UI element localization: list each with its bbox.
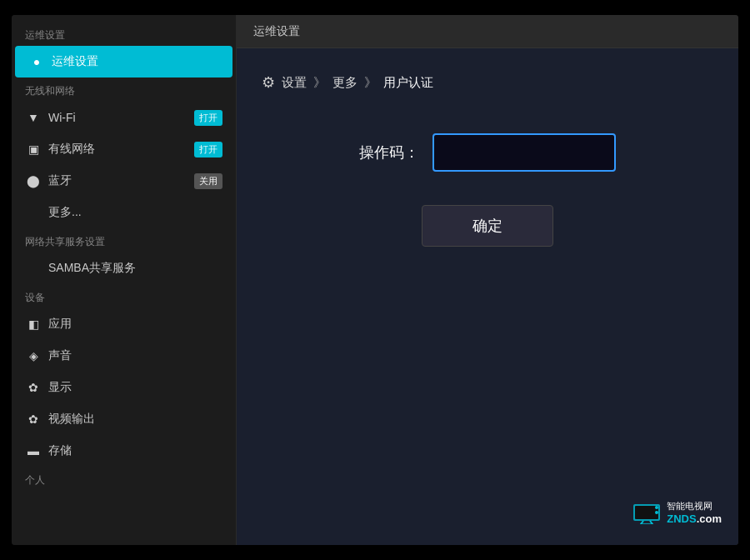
breadcrumb-settings: 设置 — [282, 75, 307, 91]
sidebar-display-label: 显示 — [48, 380, 222, 395]
watermark-site-name: 智能电视网 — [667, 500, 722, 512]
sidebar-sound-label: 声音 — [48, 348, 222, 363]
sidebar-item-samba[interactable]: SAMBA共享服务 — [12, 252, 236, 284]
sidebar-item-bt[interactable]: ⬤ 蓝牙 关用 — [12, 165, 236, 197]
sidebar-item-storage[interactable]: ▬ 存储 — [12, 435, 236, 467]
bt-icon: ⬤ — [25, 172, 42, 189]
wired-badge: 打开 — [194, 142, 222, 158]
sidebar-item-video[interactable]: ✿ 视频输出 — [12, 403, 236, 435]
sidebar-network-title: 网络共享服务设置 — [12, 228, 236, 252]
sidebar-video-label: 视频输出 — [48, 412, 222, 427]
sidebar-wired-label: 有线网络 — [48, 142, 194, 157]
svg-rect-1 — [635, 506, 658, 519]
display-icon: ✿ — [25, 379, 42, 396]
video-icon: ✿ — [25, 411, 42, 428]
main-screen: 运维设置 ● 运维设置 无线和网络 ▼ Wi-Fi 打开 ▣ 有线网络 打开 ⬤… — [12, 15, 738, 545]
confirm-button[interactable]: 确定 — [422, 205, 553, 247]
sidebar-apps-label: 应用 — [48, 317, 222, 332]
apps-icon: ◧ — [25, 316, 42, 332]
sidebar-more-label: 更多... — [48, 205, 222, 220]
main-content: 运维设置 ⚙ 设置 》 更多 》 用户认证 操作码： 确定 — [237, 15, 738, 545]
more-icon — [25, 204, 42, 221]
main-header: 运维设置 — [237, 15, 738, 48]
svg-point-6 — [655, 511, 658, 514]
sidebar-top-title: 运维设置 — [12, 22, 236, 46]
sidebar-personal-title: 个人 — [12, 467, 236, 491]
sidebar-item-apps[interactable]: ◧ 应用 — [12, 308, 236, 340]
sidebar-item-display[interactable]: ✿ 显示 — [12, 372, 236, 403]
passcode-input[interactable] — [432, 133, 616, 172]
wifi-badge: 打开 — [194, 110, 222, 126]
sidebar-item-yunwei[interactable]: ● 运维设置 — [15, 46, 232, 78]
watermark: 智能电视网 ZNDS.com — [632, 500, 722, 525]
breadcrumb-current: 用户认证 — [383, 75, 433, 91]
yunwei-icon: ● — [28, 53, 45, 70]
storage-icon: ▬ — [25, 442, 42, 459]
sidebar-storage-label: 存储 — [48, 443, 222, 458]
gear-icon: ⚙ — [262, 73, 275, 92]
sidebar-bt-label: 蓝牙 — [48, 173, 194, 188]
input-label: 操作码： — [359, 142, 419, 162]
sidebar-wireless-title: 无线和网络 — [12, 78, 236, 102]
svg-point-5 — [655, 506, 658, 509]
wired-icon: ▣ — [25, 141, 42, 158]
sidebar-item-wired[interactable]: ▣ 有线网络 打开 — [12, 133, 236, 165]
main-header-title: 运维设置 — [253, 24, 300, 38]
breadcrumb-arrow2: 》 — [364, 75, 377, 91]
sidebar-item-yunwei-label: 运维设置 — [52, 54, 219, 69]
breadcrumb: ⚙ 设置 》 更多 》 用户认证 — [253, 73, 722, 92]
sidebar-wifi-label: Wi-Fi — [48, 111, 194, 124]
samba-icon — [25, 260, 42, 277]
dialog-container: ⚙ 设置 》 更多 》 用户认证 操作码： 确定 — [237, 48, 738, 545]
sound-icon: ◈ — [25, 348, 42, 364]
sidebar-item-more[interactable]: 更多... — [12, 197, 236, 228]
input-row: 操作码： — [253, 133, 722, 172]
watermark-domain: ZNDS.com — [667, 512, 722, 525]
sidebar-item-wifi[interactable]: ▼ Wi-Fi 打开 — [12, 102, 236, 133]
tv-icon — [632, 501, 662, 524]
sidebar: 运维设置 ● 运维设置 无线和网络 ▼ Wi-Fi 打开 ▣ 有线网络 打开 ⬤… — [12, 15, 237, 545]
sidebar-samba-label: SAMBA共享服务 — [48, 261, 222, 276]
sidebar-item-sound[interactable]: ◈ 声音 — [12, 340, 236, 372]
breadcrumb-more: 更多 — [332, 75, 358, 91]
sidebar-device-title: 设备 — [12, 284, 236, 308]
bt-badge: 关用 — [194, 173, 222, 189]
breadcrumb-arrow1: 》 — [313, 75, 326, 91]
wifi-icon: ▼ — [25, 109, 42, 126]
watermark-text: 智能电视网 ZNDS.com — [667, 500, 722, 525]
